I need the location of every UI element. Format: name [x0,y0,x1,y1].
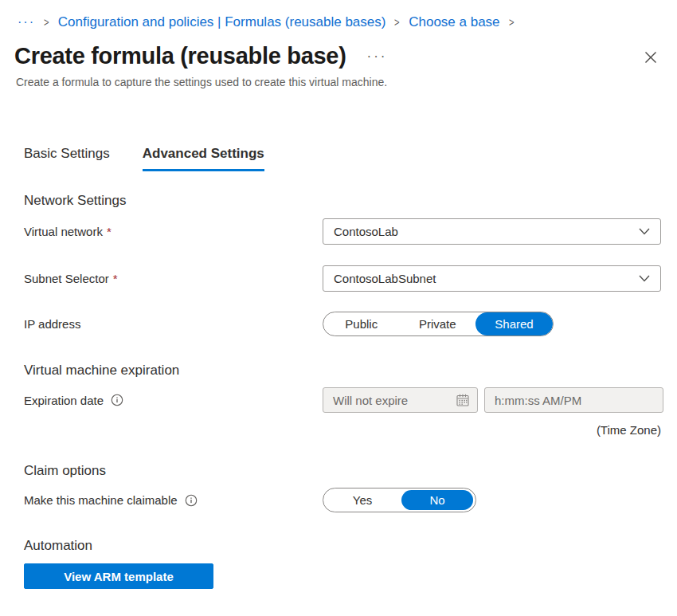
info-icon[interactable] [111,394,123,406]
more-actions-button[interactable]: ··· [367,49,388,65]
expiration-date-row: Expiration date Will not expire [0,387,677,413]
expiration-date-value: Will not expire [333,394,408,407]
info-icon[interactable] [185,494,198,507]
blade-header: Create formula (reusable base) ··· [14,41,661,71]
section-heading-automation: Automation [24,538,661,554]
subnet-selector-row: Subnet Selector * ContosoLabSubnet [0,265,677,292]
close-icon [644,51,657,64]
ip-option-shared[interactable]: Shared [475,312,553,335]
section-heading-claim-options: Claim options [24,463,661,479]
chevron-down-icon [639,275,650,282]
tab-advanced-settings[interactable]: Advanced Settings [143,145,264,171]
ip-option-private[interactable]: Private [400,312,476,335]
claimable-label-group: Make this machine claimable [24,493,323,507]
section-heading-vm-expiration: Virtual machine expiration [24,363,661,379]
claimable-control: Yes No [323,488,661,512]
virtual-network-row: Virtual network * ContosoLab [0,218,677,245]
calendar-icon [456,394,469,406]
breadcrumb-link-choose-base[interactable]: Choose a base [409,14,499,30]
expiration-date-label: Expiration date [24,394,104,407]
ip-option-public[interactable]: Public [323,312,400,335]
ip-address-label: IP address [24,317,80,331]
breadcrumb-link-configuration[interactable]: Configuration and policies | Formulas (r… [58,14,386,30]
virtual-network-label-group: Virtual network * [24,225,323,238]
breadcrumb-overflow-button[interactable]: ··· [18,14,35,30]
required-asterisk: * [107,225,112,238]
claimable-option-no[interactable]: No [401,490,473,510]
ip-address-control: Public Private Shared [323,312,661,336]
close-button[interactable] [642,49,659,66]
ip-address-label-group: IP address [24,317,323,331]
tab-basic-settings[interactable]: Basic Settings [24,145,110,171]
virtual-network-label: Virtual network [24,225,103,238]
subnet-selector-control: ContosoLabSubnet [323,265,661,292]
breadcrumb: ··· > Configuration and policies | Formu… [0,0,677,30]
subnet-selector-label-group: Subnet Selector * [24,272,323,285]
claimable-pill-group: Yes No [323,488,476,512]
blade-subtitle: Create a formula to capture the settings… [16,76,661,89]
chevron-right-icon: > [509,14,515,30]
page-title: Create formula (reusable base) [14,41,346,71]
expiration-time-input[interactable] [484,387,663,413]
expiration-date-label-group: Expiration date [24,394,323,407]
create-formula-blade: ··· > Configuration and policies | Formu… [0,0,677,616]
subnet-selector-value: ContosoLabSubnet [334,272,436,285]
section-heading-network-settings: Network Settings [24,193,661,209]
chevron-down-icon [639,228,650,235]
automation-actions: View ARM template [24,563,677,589]
required-asterisk: * [113,272,118,285]
ip-address-row: IP address Public Private Shared [0,312,677,336]
subnet-selector-dropdown[interactable]: ContosoLabSubnet [323,265,661,292]
virtual-network-dropdown[interactable]: ContosoLab [323,218,661,245]
settings-tabs: Basic Settings Advanced Settings [24,145,677,171]
claimable-label: Make this machine claimable [24,493,178,507]
virtual-network-control: ContosoLab [323,218,661,245]
timezone-note: (Time Zone) [0,423,677,437]
chevron-right-icon: > [395,14,401,30]
expiration-controls: Will not expire [323,387,663,413]
claimable-option-yes[interactable]: Yes [323,488,401,512]
claimable-row: Make this machine claimable Yes No [0,488,677,512]
chevron-right-icon: > [44,14,49,30]
subnet-selector-label: Subnet Selector [24,272,109,285]
ip-address-pill-group: Public Private Shared [323,312,554,336]
view-arm-template-button[interactable]: View ARM template [24,563,213,589]
virtual-network-value: ContosoLab [334,225,398,238]
expiration-date-picker[interactable]: Will not expire [323,387,478,413]
